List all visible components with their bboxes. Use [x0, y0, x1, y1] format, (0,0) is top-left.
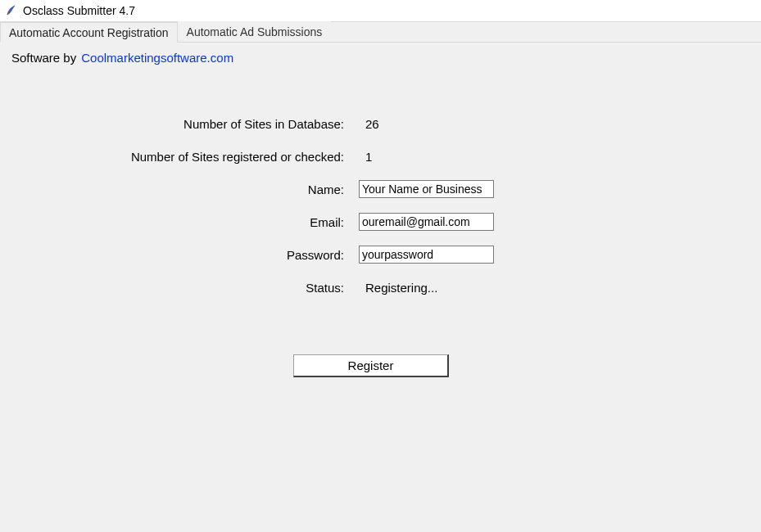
titlebar: Osclass Submitter 4.7 [0, 0, 761, 21]
register-button[interactable]: Register [293, 354, 449, 377]
row-name: Name: [7, 179, 754, 199]
name-input[interactable] [359, 180, 494, 198]
row-status: Status: Registering... [7, 277, 754, 297]
tab-label: Automatic Ad Submissions [187, 25, 323, 38]
row-password: Password: [7, 245, 754, 264]
software-by-prefix: Software by [11, 51, 76, 65]
tab-automatic-ad-submissions[interactable]: Automatic Ad Submissions [178, 21, 332, 42]
tab-strip: Automatic Account Registration Automatic… [0, 21, 761, 43]
email-input[interactable] [359, 213, 494, 231]
software-by-row: Software by Coolmarketingsoftware.com [7, 51, 754, 65]
tab-panel-registration: Software by Coolmarketingsoftware.com Nu… [0, 43, 761, 532]
row-sites-in-db: Number of Sites in Database: 26 [7, 114, 754, 133]
window-title: Osclass Submitter 4.7 [23, 4, 135, 17]
tk-feather-icon [5, 4, 18, 17]
label-sites-in-db: Number of Sites in Database: [7, 117, 359, 131]
label-name: Name: [7, 183, 359, 196]
value-status: Registering... [359, 281, 494, 295]
software-by-link[interactable]: Coolmarketingsoftware.com [81, 51, 233, 65]
value-sites-registered: 1 [359, 150, 494, 164]
row-register: Register [7, 354, 754, 377]
label-sites-registered: Number of Sites registered or checked: [7, 150, 359, 164]
row-email: Email: [7, 212, 754, 232]
tab-automatic-account-registration[interactable]: Automatic Account Registration [0, 22, 178, 43]
value-sites-in-db: 26 [359, 117, 494, 131]
label-status: Status: [7, 281, 359, 295]
form-area: Number of Sites in Database: 26 Number o… [7, 114, 754, 377]
label-email: Email: [7, 215, 359, 229]
row-sites-registered: Number of Sites registered or checked: 1 [7, 147, 754, 166]
label-password: Password: [7, 248, 359, 262]
tab-label: Automatic Account Registration [9, 26, 169, 39]
password-input[interactable] [359, 246, 494, 264]
